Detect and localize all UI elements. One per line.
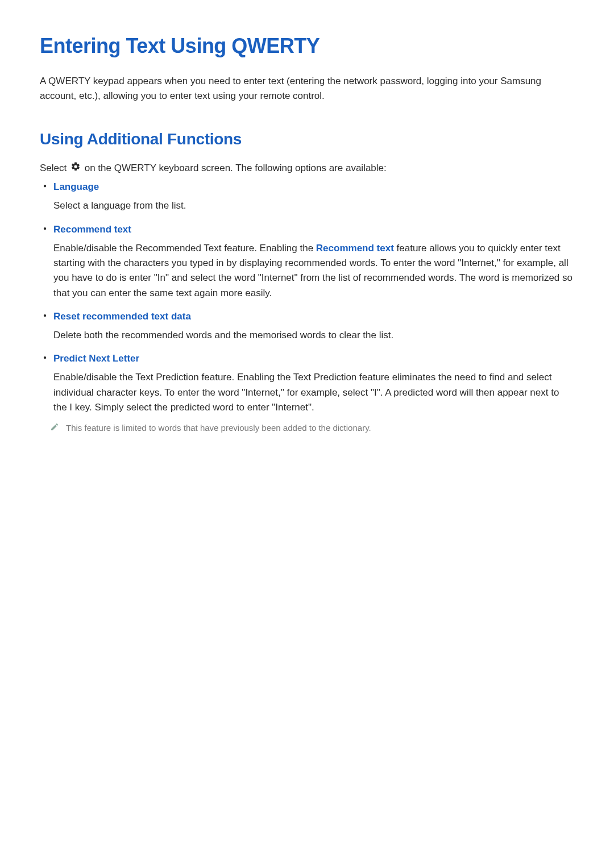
option-body: Enable/disable the Text Prediction featu… xyxy=(53,370,574,415)
list-item: Predict Next Letter Enable/disable the T… xyxy=(53,353,574,435)
gear-icon xyxy=(70,161,81,176)
select-text-pre: Select xyxy=(40,163,69,173)
list-item: Reset recommended text data Delete both … xyxy=(53,311,574,343)
option-body: Delete both the recommended words and th… xyxy=(53,328,574,343)
pencil-icon xyxy=(50,422,59,434)
option-title-language: Language xyxy=(53,181,574,193)
option-title-reset-data: Reset recommended text data xyxy=(53,311,574,322)
body-pre: Enable/disable the Recommended Text feat… xyxy=(53,243,316,254)
list-item: Language Select a language from the list… xyxy=(53,181,574,213)
section-heading: Using Additional Functions xyxy=(40,130,574,148)
body-emphasis: Recommend text xyxy=(316,243,394,254)
select-text-post: on the QWERTY keyboard screen. The follo… xyxy=(82,163,387,173)
select-instruction: Select on the QWERTY keyboard screen. Th… xyxy=(40,161,574,176)
list-item: Recommend text Enable/disable the Recomm… xyxy=(53,224,574,301)
option-title-recommend-text: Recommend text xyxy=(53,224,574,235)
options-list: Language Select a language from the list… xyxy=(40,181,574,435)
intro-paragraph: A QWERTY keypad appears when you need to… xyxy=(40,74,574,103)
option-body: Enable/disable the Recommended Text feat… xyxy=(53,241,574,301)
note-text: This feature is limited to words that ha… xyxy=(66,422,371,435)
option-body: Select a language from the list. xyxy=(53,198,574,213)
option-title-predict-next-letter: Predict Next Letter xyxy=(53,353,574,364)
page-title: Entering Text Using QWERTY xyxy=(40,34,574,58)
note-row: This feature is limited to words that ha… xyxy=(50,422,574,435)
